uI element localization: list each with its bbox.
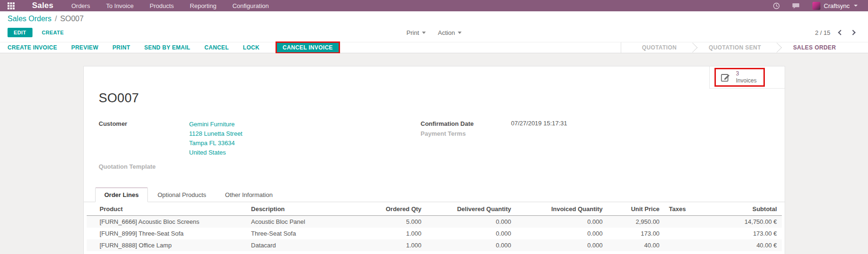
table-row[interactable]: [FURN_7777] Office Chair USB Adapter 1.0… bbox=[87, 251, 782, 254]
main-menu: Orders To Invoice Products Reporting Con… bbox=[71, 2, 268, 9]
col-taxes: Taxes bbox=[664, 202, 705, 216]
print-button[interactable]: PRINT bbox=[113, 44, 130, 51]
status-steps: QUOTATION QUOTATION SENT SALES ORDER bbox=[621, 42, 868, 53]
cell-delivered-qty: 0.000 bbox=[426, 239, 516, 251]
menu-products[interactable]: Products bbox=[150, 2, 174, 9]
tab-order-lines[interactable]: Order Lines bbox=[95, 188, 148, 202]
field-group: Customer Gemini Furniture 1128 Lunetta S… bbox=[99, 120, 770, 172]
caret-down-icon bbox=[422, 32, 426, 34]
create-button[interactable]: CREATE bbox=[42, 30, 64, 35]
confirmation-date-field: Confirmation Date 07/27/2019 15:17:31 bbox=[421, 120, 743, 127]
preview-button[interactable]: PREVIEW bbox=[71, 44, 98, 51]
invoices-count: 3 bbox=[736, 70, 756, 77]
user-menu[interactable]: Craftsync bbox=[812, 2, 858, 10]
cell-ordered-qty: 1.000 bbox=[362, 239, 426, 251]
print-label: Print bbox=[406, 29, 419, 36]
pager-counter: 2 / 15 bbox=[815, 29, 830, 36]
tab-other-information[interactable]: Other Information bbox=[216, 188, 282, 202]
action-label: Action bbox=[438, 29, 455, 36]
cancel-invoice-button[interactable]: CANCEL INVOICE bbox=[277, 43, 339, 52]
order-lines-table: Product Description Ordered Qty Delivere… bbox=[87, 202, 782, 254]
quotation-template-field: Quotation Template bbox=[99, 163, 421, 170]
apps-grid-icon[interactable] bbox=[0, 0, 22, 11]
table-row[interactable]: [FURN_8888] Office Lamp Datacard 1.000 0… bbox=[87, 239, 782, 251]
user-avatar bbox=[812, 2, 820, 10]
cell-ordered-qty: 1.000 bbox=[362, 228, 426, 239]
invoices-label: Invoices bbox=[736, 77, 756, 84]
smart-button-box: 3 Invoices bbox=[709, 66, 784, 89]
cancel-button[interactable]: CANCEL bbox=[204, 44, 229, 51]
messages-chat-icon[interactable] bbox=[792, 2, 800, 9]
confirmation-date-value: 07/27/2019 15:17:31 bbox=[511, 120, 567, 127]
tab-optional-products[interactable]: Optional Products bbox=[148, 188, 215, 202]
field-column-left: Customer Gemini Furniture 1128 Lunetta S… bbox=[99, 120, 421, 172]
create-invoice-button[interactable]: CREATE INVOICE bbox=[8, 44, 57, 51]
cell-ordered-qty: 1.000 bbox=[362, 251, 426, 254]
cell-invoiced-qty: 0.000 bbox=[516, 215, 607, 228]
send-by-email-button[interactable]: SEND BY EMAIL bbox=[144, 44, 190, 51]
cell-description: Acoustic Bloc Panel bbox=[246, 215, 362, 228]
customer-value: Gemini Furniture 1128 Lunetta Street Tam… bbox=[189, 120, 243, 158]
step-sales-order[interactable]: SALES ORDER bbox=[777, 42, 852, 53]
cell-product: [FURN_8999] Three-Seat Sofa bbox=[87, 228, 247, 239]
breadcrumb-separator: / bbox=[55, 15, 57, 23]
quotation-template-label: Quotation Template bbox=[99, 163, 189, 170]
activities-clock-icon[interactable] bbox=[773, 2, 780, 9]
breadcrumb: Sales Orders / SO007 bbox=[8, 15, 860, 23]
edit-button[interactable]: EDIT bbox=[8, 28, 32, 37]
cell-unit-price: 18.00 bbox=[607, 251, 664, 254]
customer-label: Customer bbox=[99, 120, 189, 158]
cell-product: [FURN_8888] Office Lamp bbox=[87, 239, 247, 251]
screen: Sales Orders To Invoice Products Reporti… bbox=[0, 0, 868, 254]
col-subtotal: Subtotal bbox=[705, 202, 781, 216]
cell-unit-price: 2,950.00 bbox=[607, 215, 664, 228]
col-description: Description bbox=[246, 202, 362, 216]
breadcrumb-current: SO007 bbox=[60, 15, 84, 23]
cell-taxes bbox=[664, 215, 705, 228]
cell-description: USB Adapter bbox=[246, 251, 362, 254]
cell-product: [FURN_6666] Acoustic Bloc Screens bbox=[87, 215, 247, 228]
statusbar: CREATE INVOICE PREVIEW PRINT SEND BY EMA… bbox=[0, 42, 868, 53]
menu-orders[interactable]: Orders bbox=[71, 2, 90, 9]
col-invoiced-quantity: Invoiced Quantity bbox=[516, 202, 607, 216]
table-row[interactable]: [FURN_8999] Three-Seat Sofa Three-Seat S… bbox=[87, 228, 782, 239]
cell-invoiced-qty: 0.000 bbox=[516, 228, 607, 239]
col-delivered-quantity: Delivered Quantity bbox=[426, 202, 516, 216]
col-product: Product bbox=[87, 202, 247, 216]
step-quotation-sent[interactable]: QUOTATION SENT bbox=[693, 42, 777, 53]
caret-down-icon bbox=[458, 32, 462, 34]
table-row[interactable]: [FURN_6666] Acoustic Bloc Screens Acoust… bbox=[87, 215, 782, 228]
menu-to-invoice[interactable]: To Invoice bbox=[106, 2, 134, 9]
menu-reporting[interactable]: Reporting bbox=[190, 2, 216, 9]
pager-next-icon[interactable] bbox=[850, 30, 855, 35]
cell-unit-price: 40.00 bbox=[607, 239, 664, 251]
field-column-right: Confirmation Date 07/27/2019 15:17:31 Pa… bbox=[421, 120, 743, 172]
cell-product: [FURN_7777] Office Chair bbox=[87, 251, 247, 254]
lock-button[interactable]: LOCK bbox=[243, 44, 260, 51]
col-ordered-qty: Ordered Qty bbox=[362, 202, 426, 216]
breadcrumb-sales-orders[interactable]: Sales Orders bbox=[8, 15, 51, 23]
topbar-right: Craftsync bbox=[773, 2, 868, 10]
top-navbar: Sales Orders To Invoice Products Reporti… bbox=[0, 0, 868, 11]
customer-street[interactable]: 1128 Lunetta Street bbox=[189, 129, 243, 139]
confirmation-date-label: Confirmation Date bbox=[421, 120, 511, 127]
action-dropdown[interactable]: Action bbox=[438, 29, 462, 36]
form-sheet: 3 Invoices SO007 Customer Gemini Furnitu… bbox=[83, 66, 785, 254]
col-unit-price: Unit Price bbox=[607, 202, 664, 216]
step-quotation[interactable]: QUOTATION bbox=[626, 42, 693, 53]
pager-previous-icon[interactable] bbox=[838, 30, 843, 35]
notebook-tabs: Order Lines Optional Products Other Info… bbox=[84, 188, 785, 202]
cell-unit-price: 173.00 bbox=[607, 228, 664, 239]
menu-configuration[interactable]: Configuration bbox=[232, 2, 268, 9]
user-name: Craftsync bbox=[824, 2, 850, 9]
customer-name-link[interactable]: Gemini Furniture bbox=[189, 120, 243, 129]
app-title[interactable]: Sales bbox=[32, 1, 53, 10]
invoices-smart-button[interactable]: 3 Invoices bbox=[714, 68, 764, 87]
customer-city[interactable]: Tampa FL 33634 bbox=[189, 139, 243, 148]
cell-invoiced-qty: 0.000 bbox=[516, 251, 607, 254]
cell-description: Three-Seat Sofa bbox=[246, 228, 362, 239]
cell-delivered-qty: 0.000 bbox=[426, 251, 516, 254]
print-dropdown[interactable]: Print bbox=[406, 29, 426, 36]
customer-country[interactable]: United States bbox=[189, 148, 243, 157]
record-pager: 2 / 15 bbox=[815, 29, 860, 36]
